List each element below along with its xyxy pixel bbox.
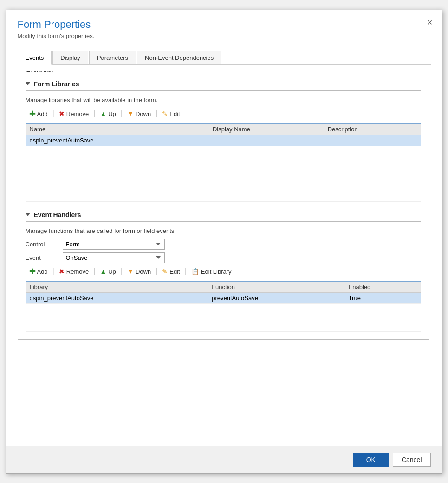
event-handlers-up-button[interactable]: ▲ Up bbox=[96, 266, 119, 277]
sep3: | bbox=[121, 109, 123, 118]
event-handlers-toolbar: ✚ Add | ✖ Remove | ▲ Up | bbox=[26, 266, 421, 277]
form-libraries-remove-label: Remove bbox=[66, 110, 89, 117]
event-handlers-down-label: Down bbox=[136, 268, 151, 275]
edit-icon: ✎ bbox=[162, 110, 168, 117]
down-icon: ▼ bbox=[127, 110, 134, 117]
event-handlers-section: Event Handlers Manage functions that are… bbox=[26, 211, 421, 332]
event-handlers-down-button[interactable]: ▼ Down bbox=[123, 266, 155, 277]
sep8: | bbox=[156, 267, 157, 276]
event-handlers-title: Event Handlers bbox=[34, 211, 81, 219]
dialog-body: Event List Form Libraries Manage librari… bbox=[6, 65, 442, 446]
form-libraries-down-label: Down bbox=[136, 110, 151, 117]
tab-parameters[interactable]: Parameters bbox=[89, 51, 136, 64]
event-handlers-header: Event Handlers bbox=[26, 211, 421, 219]
edit-library-icon: 📋 bbox=[191, 268, 199, 275]
col-enabled: Enabled bbox=[345, 281, 421, 292]
remove-icon-2: ✖ bbox=[59, 268, 65, 275]
sep5: | bbox=[52, 267, 54, 276]
col-display-name: Display Name bbox=[209, 123, 324, 135]
sep4: | bbox=[156, 109, 157, 118]
dialog-subtitle: Modify this form's properties. bbox=[18, 32, 431, 39]
col-library: Library bbox=[26, 281, 208, 292]
sep1: | bbox=[52, 109, 54, 118]
event-handlers-remove-button[interactable]: ✖ Remove bbox=[55, 266, 92, 277]
handler-function-cell: preventAutoSave bbox=[208, 292, 344, 303]
form-libraries-description: Manage libraries that will be available … bbox=[26, 97, 421, 103]
form-libraries-up-label: Up bbox=[108, 110, 116, 117]
event-list-legend: Event List bbox=[24, 71, 56, 73]
tab-non-event-dependencies[interactable]: Non-Event Dependencies bbox=[137, 51, 221, 64]
lib-name-cell: dspin_preventAutoSave bbox=[26, 135, 209, 146]
event-handlers-collapse-icon[interactable] bbox=[26, 213, 30, 216]
control-row: Control Form bbox=[26, 239, 421, 250]
sep2: | bbox=[93, 109, 95, 118]
sep7: | bbox=[121, 267, 123, 276]
table-row[interactable]: dspin_preventAutoSave preventAutoSave Tr… bbox=[26, 292, 421, 303]
add-icon: ✚ bbox=[29, 109, 35, 118]
edit-icon-2: ✎ bbox=[162, 268, 168, 275]
event-handlers-up-label: Up bbox=[108, 268, 116, 275]
event-handlers-divider bbox=[26, 221, 421, 222]
form-libraries-title: Form Libraries bbox=[34, 80, 79, 88]
event-handlers-edit-label: Edit bbox=[169, 268, 180, 275]
event-select[interactable]: OnSave bbox=[63, 252, 165, 263]
remove-icon: ✖ bbox=[59, 110, 65, 117]
down-icon-2: ▼ bbox=[127, 268, 134, 275]
form-libraries-divider bbox=[26, 90, 421, 91]
close-button[interactable]: × bbox=[427, 18, 433, 27]
form-libraries-table: Name Display Name Description dspin_prev… bbox=[26, 123, 421, 202]
form-libraries-add-button[interactable]: ✚ Add bbox=[26, 108, 52, 120]
control-select[interactable]: Form bbox=[63, 239, 165, 250]
form-libraries-header: Form Libraries bbox=[26, 80, 421, 88]
handler-library-cell: dspin_preventAutoSave bbox=[26, 292, 208, 303]
form-libraries-edit-button[interactable]: ✎ Edit bbox=[158, 109, 183, 119]
lib-display-name-cell bbox=[209, 135, 324, 146]
add-icon-2: ✚ bbox=[29, 267, 35, 276]
dialog-title: Form Properties bbox=[18, 19, 431, 31]
event-handlers-edit-button[interactable]: ✎ Edit bbox=[158, 266, 183, 277]
form-libraries-remove-button[interactable]: ✖ Remove bbox=[55, 109, 92, 119]
up-icon-2: ▲ bbox=[100, 268, 106, 275]
event-handlers-remove-label: Remove bbox=[66, 268, 89, 275]
col-function: Function bbox=[208, 281, 344, 292]
form-libraries-up-button[interactable]: ▲ Up bbox=[96, 109, 119, 119]
event-handlers-add-label: Add bbox=[37, 268, 48, 275]
form-libraries-down-button[interactable]: ▼ Down bbox=[123, 109, 155, 119]
table-empty-row bbox=[26, 146, 421, 201]
form-libraries-collapse-icon[interactable] bbox=[26, 82, 30, 85]
dialog-header: Form Properties Modify this form's prope… bbox=[6, 10, 442, 43]
lib-description-cell bbox=[324, 135, 421, 146]
tabs-bar: Events Display Parameters Non-Event Depe… bbox=[18, 51, 431, 65]
form-properties-dialog: Form Properties Modify this form's prope… bbox=[6, 10, 442, 474]
handler-empty-row bbox=[26, 303, 421, 331]
scroll-area[interactable]: Event List Form Libraries Manage librari… bbox=[18, 71, 431, 446]
control-label: Control bbox=[26, 241, 63, 248]
form-libraries-toolbar: ✚ Add | ✖ Remove | ▲ Up | ▼ bbox=[26, 108, 421, 120]
form-libraries-edit-label: Edit bbox=[169, 110, 180, 117]
cancel-button[interactable]: Cancel bbox=[393, 453, 431, 467]
form-libraries-add-label: Add bbox=[37, 110, 48, 117]
sep9: | bbox=[185, 267, 187, 276]
event-handlers-description: Manage functions that are called for for… bbox=[26, 227, 421, 234]
handler-enabled-cell: True bbox=[345, 292, 421, 303]
event-handlers-table: Library Function Enabled dspin_preventAu… bbox=[26, 281, 421, 332]
event-label: Event bbox=[26, 254, 63, 261]
col-description: Description bbox=[324, 123, 421, 135]
ok-button[interactable]: OK bbox=[353, 453, 389, 467]
tab-display[interactable]: Display bbox=[52, 51, 88, 64]
tab-events[interactable]: Events bbox=[18, 51, 52, 65]
event-row: Event OnSave bbox=[26, 252, 421, 263]
event-list-box: Event List Form Libraries Manage librari… bbox=[18, 71, 429, 340]
up-icon: ▲ bbox=[100, 110, 106, 117]
event-handlers-edit-library-button[interactable]: 📋 Edit Library bbox=[188, 266, 235, 277]
event-handlers-add-button[interactable]: ✚ Add bbox=[26, 266, 52, 277]
dialog-footer: OK Cancel bbox=[6, 446, 442, 473]
table-row[interactable]: dspin_preventAutoSave bbox=[26, 135, 421, 146]
event-handlers-edit-library-label: Edit Library bbox=[201, 268, 232, 275]
col-name: Name bbox=[26, 123, 209, 135]
sep6: | bbox=[93, 267, 95, 276]
